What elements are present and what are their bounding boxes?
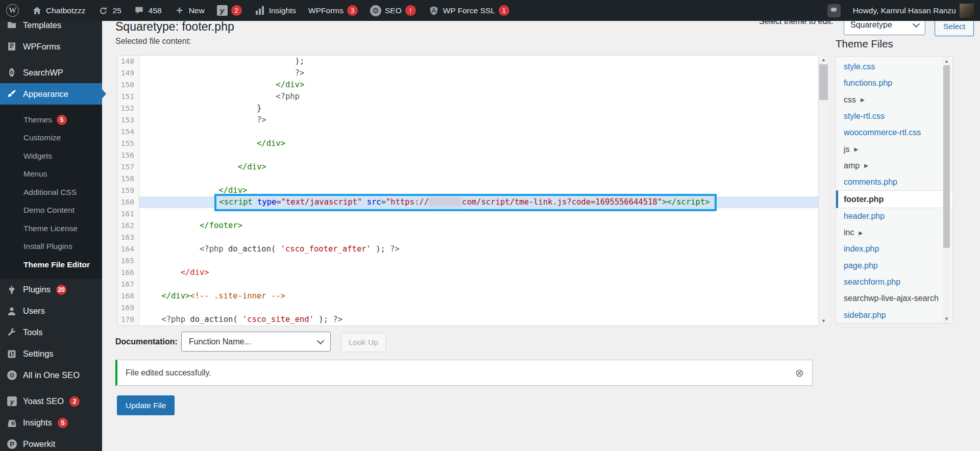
line-number: 163 <box>118 232 139 243</box>
sidebar-item-tools[interactable]: Tools <box>0 322 102 343</box>
update-count: 25 <box>113 6 121 15</box>
sidebar-item-label: Settings <box>23 349 54 359</box>
theme-file-label: inc <box>844 228 854 237</box>
code-line-166: 166 </div> <box>118 267 818 279</box>
code-line-155: 155 </div> <box>118 138 818 149</box>
line-number: 157 <box>118 161 139 173</box>
theme-file-header-php[interactable]: header.php <box>836 208 952 224</box>
chevron-down-icon <box>317 337 324 344</box>
plugins-icon <box>6 284 17 295</box>
sidebar-item-plugins[interactable]: Plugins20 <box>0 279 102 300</box>
theme-file-label: css <box>844 95 856 105</box>
sidebar-item-yoast-seo[interactable]: yYoast SEO2 <box>0 391 102 412</box>
scroll-up-arrow-icon[interactable]: ▲ <box>943 57 950 65</box>
editor-scrollbar-thumb[interactable] <box>819 64 828 100</box>
theme-file-label: woocommerce-rtl.css <box>844 128 921 137</box>
seo-menu[interactable]: ⚙ SEO ! <box>364 0 422 21</box>
theme-file-style-css[interactable]: style.css <box>836 59 952 75</box>
code-line-151: 151 <?php <box>118 91 818 103</box>
theme-file-searchwp-live-ajax-search[interactable]: searchwp-live-ajax-search▶ <box>836 290 952 307</box>
wordpress-logo-menu[interactable]: W <box>0 0 25 21</box>
theme-file-index-php[interactable]: index.php <box>836 241 952 257</box>
dismiss-notice-icon[interactable]: ⊗ <box>795 367 804 378</box>
editor-scrollbar[interactable]: ▲ ▼ <box>819 55 828 325</box>
updates-refresh-icon <box>98 5 109 16</box>
sidebar-item-wpforms[interactable]: WPForms <box>0 36 102 57</box>
theme-file-page-php[interactable]: page.php <box>836 258 952 274</box>
comment-bubble-icon <box>134 5 145 16</box>
site-name-label: Chatbotzzz <box>46 6 86 15</box>
theme-files-scrollbar-thumb[interactable] <box>943 65 950 248</box>
sidebar-item-powerkit[interactable]: PPowerkit <box>0 434 102 451</box>
updates-menu[interactable]: 25 <box>92 0 128 21</box>
sidebar-item-label: Plugins <box>23 285 51 294</box>
sidebar-item-appearance[interactable]: Appearance <box>0 83 102 105</box>
shield-icon <box>428 5 439 16</box>
code-line-167: 167 <box>118 279 818 290</box>
theme-file-css[interactable]: css▶ <box>836 92 952 108</box>
new-content-menu[interactable]: + New <box>168 0 211 21</box>
submenu-item-theme-file-editor[interactable]: Theme File Editor <box>0 256 102 274</box>
documentation-function-value: Function Name... <box>189 337 251 346</box>
submenu-item-demo-content[interactable]: Demo Content <box>0 202 102 220</box>
theme-file-js[interactable]: js▶ <box>836 141 952 157</box>
notice-message: File edited successfully. <box>126 368 211 378</box>
sidebar-item-insights[interactable]: Insights5 <box>0 412 102 434</box>
sidebar-item-label: Tools <box>23 328 43 337</box>
code-text: <?php do_action( 'csco_site_end' ); ?> <box>139 314 818 325</box>
update-file-button-label: Update File <box>126 401 166 410</box>
theme-file-amp[interactable]: amp▶ <box>836 158 952 174</box>
chat-widget-menu[interactable] <box>821 0 847 21</box>
insights-menu[interactable]: Insights <box>248 0 302 21</box>
scroll-down-arrow-icon[interactable]: ▼ <box>819 316 828 325</box>
scroll-up-arrow-icon[interactable]: ▲ <box>819 55 828 64</box>
theme-file-functions-php[interactable]: functions.php <box>836 75 952 91</box>
submenu-item-install-plugins[interactable]: Install Plugins <box>0 238 102 256</box>
line-number: 150 <box>118 79 139 91</box>
wp-force-ssl-menu[interactable]: WP Force SSL 1 <box>422 0 516 21</box>
theme-file-inc[interactable]: inc▶ <box>836 224 952 241</box>
my-account-menu[interactable]: Howdy, Kamrul Hasan Ranzu <box>847 0 980 21</box>
theme-file-searchform-php[interactable]: searchform.php <box>836 274 952 290</box>
code-editor[interactable]: 148 );149 ?>150 </div>151 <?php152 }153 <box>117 55 819 326</box>
code-line-154: 154 <box>118 126 818 138</box>
scroll-down-arrow-icon[interactable]: ▼ <box>943 314 950 323</box>
code-line-168: 168 </div><!-- .site-inner --> <box>118 290 818 302</box>
submenu-item-theme-license[interactable]: Theme License <box>0 219 102 238</box>
count-badge: 2 <box>69 396 80 407</box>
line-number: 167 <box>118 279 139 290</box>
sidebar-item-users[interactable]: Users <box>0 300 102 322</box>
documentation-function-dropdown[interactable]: Function Name... <box>181 332 331 352</box>
theme-file-comments-php[interactable]: comments.php <box>836 174 952 190</box>
sidebar-item-all-in-one-seo[interactable]: ⚙All in One SEO <box>0 365 102 386</box>
lookup-button[interactable]: Look Up <box>341 333 386 352</box>
yoast-menu[interactable]: y 2 <box>211 0 248 21</box>
wpforms-notification-badge: 3 <box>347 5 358 16</box>
sidebar-item-searchwp[interactable]: SearchWP <box>0 62 102 83</box>
submenu-item-themes[interactable]: Themes5 <box>0 111 102 129</box>
line-number: 152 <box>118 103 139 114</box>
submenu-item-widgets[interactable]: Widgets <box>0 147 102 165</box>
theme-file-label: sidebar.php <box>844 311 886 320</box>
line-number: 155 <box>118 138 139 149</box>
update-file-button[interactable]: Update File <box>117 395 175 415</box>
site-name-menu[interactable]: Chatbotzzz <box>25 0 92 21</box>
theme-file-style-rtl-css[interactable]: style-rtl.css <box>836 108 952 124</box>
theme-file-sidebar-php[interactable]: sidebar.php <box>836 307 952 323</box>
sidebar-item-label: Users <box>23 306 45 316</box>
aioseo-icon: ⚙ <box>6 370 17 381</box>
sidebar-item-label: Yoast SEO <box>23 396 64 406</box>
count-badge: 5 <box>58 418 68 428</box>
comments-menu[interactable]: 458 <box>128 0 168 21</box>
submenu-item-menus[interactable]: Menus <box>0 165 102 184</box>
wpforms-menu[interactable]: WPForms 3 <box>302 0 364 21</box>
wordpress-theme-file-editor-screen: W Chatbotzzz 25 458 + New y 2 <box>0 0 980 451</box>
theme-file-woocommerce-rtl-css[interactable]: woocommerce-rtl.css <box>836 124 952 141</box>
theme-files-scrollbar[interactable]: ▲ ▼ <box>943 57 950 323</box>
submenu-item-customize[interactable]: Customize <box>0 129 102 147</box>
submenu-item-additional-css[interactable]: Additional CSS <box>0 183 102 202</box>
monsterinsights-icon <box>6 417 17 429</box>
code-line-149: 149 ?> <box>118 67 818 79</box>
theme-file-footer-php[interactable]: footer.php <box>836 190 952 208</box>
sidebar-item-settings[interactable]: Settings <box>0 343 102 365</box>
